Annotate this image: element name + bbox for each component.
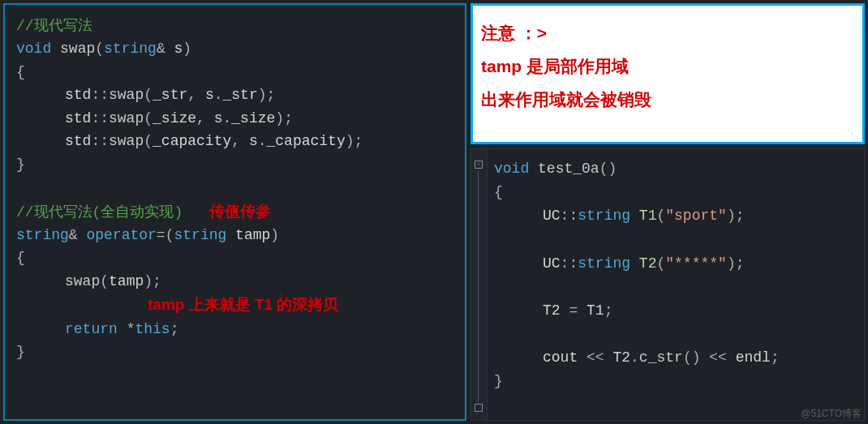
code-line: swap(tamp); bbox=[16, 270, 453, 293]
comma: , bbox=[196, 110, 214, 126]
ns-std: std bbox=[65, 133, 91, 149]
rparen: ) bbox=[183, 41, 191, 57]
rbrace: } bbox=[16, 344, 25, 360]
type-string: string bbox=[174, 227, 226, 243]
ns-uc: UC bbox=[543, 255, 561, 272]
op-assign: = bbox=[157, 227, 165, 243]
code-line: { bbox=[494, 181, 857, 204]
comma: , bbox=[187, 87, 205, 103]
func-swap: swap bbox=[60, 41, 95, 57]
rparen: ) bbox=[144, 273, 153, 289]
rparen: ) bbox=[727, 208, 736, 224]
endl: endl bbox=[736, 349, 771, 366]
var-t1: T1 bbox=[639, 208, 657, 224]
obj-s: s bbox=[249, 133, 258, 149]
code-line: cout << T2.c_str() << endl; bbox=[494, 346, 857, 370]
lbrace: { bbox=[16, 64, 25, 80]
call-swap: swap bbox=[65, 273, 100, 289]
fold-gutter[interactable]: - bbox=[471, 149, 488, 420]
semi: ; bbox=[736, 255, 745, 272]
param-tamp: tamp bbox=[235, 227, 270, 243]
code-line: { bbox=[16, 246, 453, 269]
var-t2: T2 bbox=[639, 255, 657, 272]
lbrace: { bbox=[494, 184, 503, 200]
note-line-1: 注意 ：> bbox=[481, 17, 854, 50]
code-line: } bbox=[16, 153, 453, 176]
field-capacity: _capacity bbox=[267, 133, 346, 149]
code-line: std::swap(_capacity, s._capacity); bbox=[16, 130, 453, 152]
semi: ; bbox=[284, 110, 293, 126]
code-line: } bbox=[16, 340, 453, 363]
note-line-3: 出来作用域就会被销毁 bbox=[481, 84, 854, 117]
field-str: _str bbox=[153, 87, 187, 103]
op-insert: << bbox=[701, 349, 736, 366]
keyword-return: return bbox=[65, 321, 118, 337]
field-capacity: _capacity bbox=[153, 133, 231, 149]
code-line: std::swap(_size, s._size); bbox=[16, 107, 453, 130]
code-line: //现代写法 bbox=[16, 15, 453, 37]
lparen: ( bbox=[100, 273, 109, 289]
comment: //现代写法(全自动实现) bbox=[16, 204, 183, 221]
lparen: ( bbox=[656, 255, 665, 272]
scope: :: bbox=[91, 133, 109, 149]
obj-s: s bbox=[205, 87, 214, 103]
cout: cout bbox=[543, 349, 578, 366]
op-eq: = bbox=[561, 302, 587, 319]
blank-line bbox=[16, 176, 453, 199]
lparen: ( bbox=[144, 110, 153, 126]
rparen: ) bbox=[270, 227, 279, 243]
var-t1: T1 bbox=[587, 302, 604, 319]
arg-tamp: tamp bbox=[109, 273, 144, 289]
lparen: ( bbox=[683, 349, 692, 366]
semi: ; bbox=[771, 349, 780, 366]
keyword-void: void bbox=[16, 41, 51, 57]
scope: :: bbox=[561, 208, 578, 224]
code-line: return *this; bbox=[16, 318, 453, 340]
amp: & bbox=[69, 227, 78, 243]
rbrace: } bbox=[16, 156, 25, 173]
dot: . bbox=[222, 110, 231, 126]
comment: //现代写法 bbox=[16, 18, 92, 34]
code-editor-right[interactable]: - void test_0a() { UC::string T1("sport"… bbox=[471, 148, 865, 421]
ns-std: std bbox=[65, 110, 91, 126]
string-stars: "*****" bbox=[665, 255, 727, 272]
field-size: _size bbox=[153, 110, 196, 126]
lparen: ( bbox=[165, 227, 174, 243]
func-test: test_0a bbox=[538, 161, 599, 177]
ns-uc: UC bbox=[543, 208, 561, 224]
rbrace: } bbox=[494, 373, 503, 389]
code-line: UC::string T2("*****"); bbox=[494, 252, 857, 276]
comma: , bbox=[231, 133, 249, 149]
lparen: ( bbox=[144, 87, 153, 103]
field-str: _str bbox=[223, 87, 258, 103]
string-sport: "sport" bbox=[665, 208, 727, 224]
var-t2: T2 bbox=[543, 302, 561, 319]
type-string: string bbox=[578, 255, 630, 272]
type-string: string bbox=[16, 227, 69, 243]
semi: ; bbox=[736, 208, 745, 224]
code-line: string& operator=(string tamp) bbox=[16, 224, 453, 246]
code-editor-left[interactable]: //现代写法 void swap(string& s) { std::swap(… bbox=[3, 3, 466, 421]
semi: ; bbox=[153, 273, 161, 289]
star-this: * bbox=[127, 321, 135, 337]
ns-std: std bbox=[65, 87, 91, 103]
annotation-deep-copy: tamp 上来就是 T1 的深拷贝 bbox=[148, 296, 338, 313]
rparen: ) bbox=[346, 133, 355, 149]
rparen: ) bbox=[275, 110, 284, 126]
param-s: s bbox=[174, 41, 183, 57]
dot: . bbox=[630, 349, 639, 366]
code-line: } bbox=[494, 370, 857, 393]
code-line: UC::string T1("sport"); bbox=[494, 204, 857, 228]
semi: ; bbox=[267, 87, 276, 103]
code-line: T2 = T1; bbox=[494, 299, 857, 323]
rparen: ) bbox=[608, 161, 617, 177]
blank-line bbox=[494, 228, 857, 251]
scope: :: bbox=[91, 87, 109, 103]
field-size: _size bbox=[231, 110, 275, 126]
note-callout: 注意 ：> tamp 是局部作用域 出来作用域就会被销毁 bbox=[471, 3, 865, 144]
call-swap: swap bbox=[109, 87, 144, 103]
semi: ; bbox=[604, 302, 613, 319]
blank-line bbox=[494, 323, 857, 346]
fold-toggle-minus-icon[interactable]: - bbox=[475, 161, 483, 169]
code-line: void swap(string& s) bbox=[16, 37, 453, 60]
